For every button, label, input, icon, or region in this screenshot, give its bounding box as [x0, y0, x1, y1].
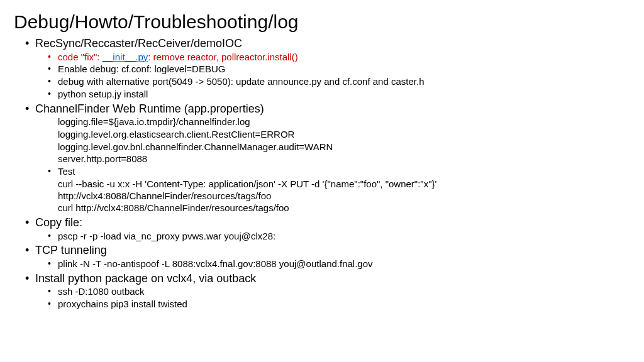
item-text: logging.level.gov.bnl.channelfinder.Chan…: [58, 141, 333, 152]
list-item: ssh -D:1080 outback: [35, 286, 630, 298]
sub-list: plink -N -T -no-antispoof -L 8088:vclx4.…: [35, 258, 630, 270]
section-item: TCP tunnelingplink -N -T -no-antispoof -…: [14, 243, 630, 270]
item-text: debug with alternative port(5049 -> 5050…: [58, 76, 425, 87]
item-text: logging.file=${java.io.tmpdir}/channelfi…: [58, 116, 250, 127]
item-text: logging.level.org.elasticsearch.client.R…: [58, 129, 294, 140]
page-title: Debug/Howto/Troubleshooting/log: [14, 11, 630, 33]
item-text: server.http.port=8088: [58, 153, 147, 164]
list-item: plink -N -T -no-antispoof -L 8088:vclx4.…: [35, 258, 630, 270]
list-item: curl --basic -u x:x -H 'Content-Type: ap…: [35, 178, 630, 202]
section-heading: RecSync/Reccaster/RecCeiver/demoIOC: [35, 37, 242, 50]
sub-list: code "fix": __init__.py: remove reactor,…: [35, 52, 630, 101]
section-item: ChannelFinder Web Runtime (app.propertie…: [14, 102, 630, 215]
list-item: debug with alternative port(5049 -> 5050…: [35, 76, 630, 88]
sub-list: ssh -D:1080 outbackproxychains pip3 inst…: [35, 286, 630, 310]
content-list: RecSync/Reccaster/RecCeiver/demoIOCcode …: [14, 36, 630, 310]
item-text: Test: [58, 166, 75, 177]
list-item: server.http.port=8088: [35, 153, 630, 165]
section-item: Copy file:pscp -r -p -load via_nc_proxy …: [14, 216, 630, 242]
section-heading: TCP tunneling: [35, 244, 107, 256]
item-text: curl --basic -u x:x -H 'Content-Type: ap…: [58, 178, 436, 201]
slide: Debug/Howto/Troubleshooting/log RecSync/…: [0, 0, 644, 317]
list-item: logging.file=${java.io.tmpdir}/channelfi…: [35, 116, 630, 128]
item-text: pscp -r -p -load via_nc_proxy pvws.war y…: [58, 231, 275, 241]
list-item: Test: [35, 166, 630, 178]
item-text: python setup.jy install: [58, 89, 148, 99]
sub-list: logging.file=${java.io.tmpdir}/channelfi…: [35, 116, 630, 214]
text-post: : remove reactor, pollreactor.install(): [148, 52, 297, 62]
text-pre: code "fix":: [58, 52, 103, 62]
list-item: python setup.jy install: [35, 89, 630, 101]
list-item: curl http://vclx4:8088/ChannelFinder/res…: [35, 202, 630, 214]
item-text: proxychains pip3 install twisted: [58, 299, 187, 309]
item-text: Enable debug: cf.conf: loglevel=DEBUG: [58, 63, 225, 74]
list-item: Enable debug: cf.conf: loglevel=DEBUG: [35, 63, 630, 75]
section-heading: ChannelFinder Web Runtime (app.propertie…: [35, 102, 264, 115]
list-item: logging.level.gov.bnl.channelfinder.Chan…: [35, 141, 630, 153]
item-text: plink -N -T -no-antispoof -L 8088:vclx4.…: [58, 258, 373, 269]
item-text: curl http://vclx4:8088/ChannelFinder/res…: [58, 202, 289, 213]
list-item: code "fix": __init__.py: remove reactor,…: [35, 52, 630, 63]
link-text[interactable]: __init__.py: [103, 52, 148, 62]
section-item: RecSync/Reccaster/RecCeiver/demoIOCcode …: [14, 36, 630, 101]
sub-list: pscp -r -p -load via_nc_proxy pvws.war y…: [35, 231, 630, 243]
section-heading: Install python package on vclx4, via out…: [35, 272, 256, 285]
list-item: pscp -r -p -load via_nc_proxy pvws.war y…: [35, 231, 630, 243]
item-text: ssh -D:1080 outback: [58, 286, 145, 297]
list-item: proxychains pip3 install twisted: [35, 299, 630, 310]
section-item: Install python package on vclx4, via out…: [14, 272, 630, 310]
list-item: logging.level.org.elasticsearch.client.R…: [35, 129, 630, 141]
section-heading: Copy file:: [35, 216, 82, 229]
